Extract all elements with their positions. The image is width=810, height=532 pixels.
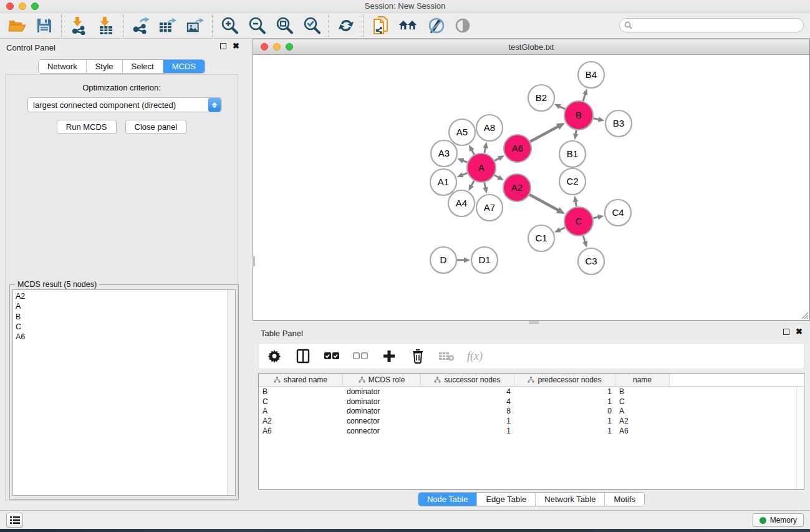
search-field-wrap [619,18,804,32]
graph-node-label: C1 [535,233,547,243]
table-cell: connector [343,427,421,435]
export-image-icon[interactable] [186,16,205,35]
search-input[interactable] [619,18,804,32]
graph-edge-C-C1[interactable] [559,228,565,230]
criterion-dropdown[interactable]: largest connected component (directed) [27,97,222,112]
mcds-result-list[interactable]: A2ABCA6 [12,289,236,496]
column-header-MCDS-role[interactable]: MCDS role [343,374,421,386]
graph-node-label: A [478,162,485,173]
zoom-out-icon[interactable] [248,16,266,35]
cybrowser-home-icon[interactable] [398,16,417,35]
node-table[interactable]: shared nameMCDS rolesuccessor nodesprede… [258,373,804,490]
run-mcds-button[interactable]: Run MCDS [57,120,117,134]
deselect-all-checkboxes-icon[interactable] [352,348,369,364]
mcds-result-item[interactable]: B [16,312,225,322]
export-network-icon[interactable] [131,16,150,35]
criterion-value: largest connected component (directed) [28,100,208,110]
table-float-panel-icon[interactable] [783,329,789,335]
mcds-result-item[interactable]: A [16,301,225,311]
table-cell: dominator [343,397,421,406]
tab-node-table[interactable]: Node Table [418,493,478,506]
export-table-icon[interactable] [158,16,177,35]
edge-arrowhead [582,241,587,248]
table-toolbar: f(x) [258,343,804,369]
zoom-selected-icon[interactable] [302,16,321,35]
close-panel-icon[interactable]: ✖ [233,43,239,49]
mcds-result-item[interactable]: A6 [16,332,225,342]
graph-edge-B-B4[interactable] [583,94,586,101]
open-file-icon[interactable] [7,16,26,35]
graph-node-label: A4 [456,198,467,208]
table-cell: A6 [615,427,670,435]
show-graphics-details-icon[interactable] [453,16,472,35]
column-header-shared-name[interactable]: shared name [259,374,343,386]
tab-motifs[interactable]: Motifs [605,493,644,506]
add-column-icon[interactable] [381,348,397,364]
tab-network[interactable]: Network [39,60,87,73]
table-cell: 1 [514,427,615,435]
network-bottom-scroll-mark [529,321,539,324]
import-network-icon[interactable] [69,16,88,35]
network-window-titlebar[interactable]: testGlobe.txt [253,39,809,55]
network-view-window: testGlobe.txt A5A8A3A1A4A7AA6A2BB2B4B3B1… [253,39,810,321]
graph-edge-C-C3[interactable] [583,236,585,243]
desktop-background [0,529,810,532]
tab-mcds[interactable]: MCDS [163,60,205,73]
zoom-in-icon[interactable] [220,16,239,35]
zoom-fit-icon[interactable] [275,16,294,35]
table-row[interactable]: Cdominator41C [259,397,804,407]
column-header-predecessor-nodes[interactable]: predecessor nodes [514,374,615,386]
table-cell: dominator [343,387,421,396]
table-row[interactable]: Bdominator41B [259,387,804,397]
optimization-criterion-label: Optimization criterion: [6,83,238,92]
memory-button[interactable]: Memory [753,513,804,527]
tab-style[interactable]: Style [87,60,123,73]
graph-node-label: D [440,254,447,265]
resize-grip-icon[interactable] [800,311,809,319]
close-panel-button[interactable]: Close panel [125,120,187,134]
mcds-result-item[interactable]: A2 [16,291,225,301]
table-cell: 1 [421,417,514,425]
import-table-icon[interactable] [97,16,115,35]
float-panel-icon[interactable] [220,43,226,49]
table-panel: Table Panel ✖ [253,324,810,508]
mcds-result-item[interactable]: C [16,322,225,332]
graph-node-label: A7 [484,202,495,213]
application-window: Session: New Session [0,0,810,532]
select-all-checkboxes-icon[interactable] [324,348,340,364]
network-canvas[interactable]: A5A8A3A1A4A7AA6A2BB2B4B3B1CC2C4C1C3DD1 [253,55,809,320]
delete-column-icon[interactable] [410,348,426,364]
apply-layout-icon[interactable] [337,16,355,35]
new-network-from-selection-icon[interactable] [371,16,390,35]
table-row[interactable]: A2connector11A2 [259,416,804,426]
columns-icon[interactable] [295,348,311,364]
graph-edge-B-B2[interactable] [559,106,566,109]
hierarchy-icon [274,377,281,383]
task-history-button[interactable] [6,513,23,528]
table-cell: A2 [259,417,343,425]
graph-node-label: C3 [585,256,597,266]
graph-node-label: A2 [511,182,523,193]
hide-annotations-icon[interactable] [426,16,445,35]
table-scrollbar[interactable] [796,387,804,489]
column-header-name[interactable]: name [615,374,670,386]
edge-arrowhead [582,89,587,95]
graph-node-label: B1 [567,148,578,159]
gear-icon[interactable] [266,348,282,364]
network-title: testGlobe.txt [253,42,809,52]
graph-edge-A6-B[interactable] [530,126,559,142]
table-row[interactable]: Adominator80A [259,407,804,417]
table-cell: 4 [421,387,514,396]
graph-edge-A2-C[interactable] [529,195,559,211]
save-session-icon[interactable] [35,16,54,35]
tab-edge-table[interactable]: Edge Table [477,493,536,506]
mcds-result-scrollbar[interactable] [227,290,235,495]
table-row[interactable]: A6connector11A6 [259,426,804,436]
column-header-successor-nodes[interactable]: successor nodes [421,374,514,386]
hierarchy-icon [359,377,365,383]
table-tabs: Node Table Edge Table Network Table Moti… [418,492,645,506]
dropdown-stepper-icon [208,98,221,112]
table-close-panel-icon[interactable]: ✖ [796,329,803,335]
tab-select[interactable]: Select [123,60,163,73]
tab-network-table[interactable]: Network Table [536,493,605,506]
